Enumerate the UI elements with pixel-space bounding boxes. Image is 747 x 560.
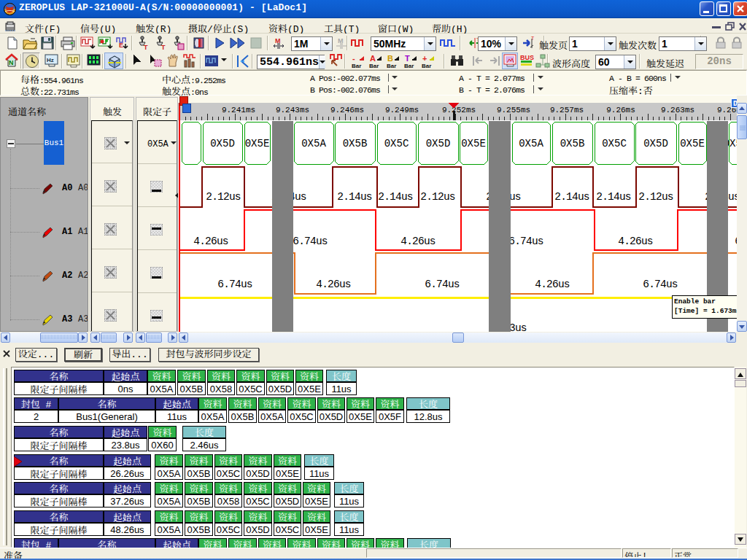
svg-text:9.246ms: 9.246ms	[330, 106, 364, 114]
svg-text:0X5E: 0X5E	[680, 138, 705, 149]
svg-text:4.26us: 4.26us	[193, 236, 228, 247]
svg-text:6.74us: 6.74us	[508, 236, 543, 247]
svg-text:[Time] = 1.673ms: [Time] = 1.673ms	[674, 307, 737, 315]
svg-text:+: +	[422, 54, 427, 63]
svg-text:Hz: Hz	[47, 57, 54, 63]
svg-text:Bar: Bar	[369, 63, 379, 69]
svg-text:0X5C: 0X5C	[602, 138, 627, 149]
svg-text:Bar: Bar	[352, 63, 361, 69]
svg-text:3us: 3us	[509, 322, 527, 332]
svg-text:4.26us: 4.26us	[618, 236, 653, 247]
svg-text:2.14us: 2.14us	[378, 191, 413, 203]
svg-text:2.12us: 2.12us	[638, 191, 673, 203]
svg-text:Bar: Bar	[387, 63, 396, 69]
svg-text:E: E	[119, 42, 123, 49]
svg-text:A: A	[370, 54, 376, 63]
svg-text:Bar: Bar	[404, 63, 414, 69]
svg-text:-: -	[352, 54, 355, 63]
svg-text:0X5A: 0X5A	[301, 138, 326, 149]
svg-text:9.257ms: 9.257ms	[550, 106, 584, 114]
svg-text:6.74us: 6.74us	[643, 279, 678, 290]
svg-text:9.243ms: 9.243ms	[276, 106, 309, 114]
svg-text:N: N	[9, 59, 14, 66]
svg-text:2.14us: 2.14us	[337, 191, 372, 203]
svg-text:T: T	[531, 36, 535, 41]
svg-text:9.241ms: 9.241ms	[222, 106, 255, 114]
svg-text:4.26us: 4.26us	[535, 279, 570, 290]
svg-text:0X5E: 0X5E	[245, 138, 270, 149]
svg-text:9.26ms: 9.26ms	[606, 106, 635, 114]
svg-text:2.12us: 2.12us	[420, 191, 455, 203]
svg-text:Enable bar: Enable bar	[674, 298, 716, 306]
svg-text:9.252ms: 9.252ms	[442, 106, 476, 114]
svg-text:0X5E: 0X5E	[461, 138, 486, 149]
svg-text:9.263ms: 9.263ms	[661, 106, 694, 114]
svg-text:T: T	[161, 44, 166, 50]
svg-text:4.26us: 4.26us	[316, 279, 351, 290]
svg-text:0X5B: 0X5B	[343, 138, 368, 149]
svg-text:6.74us: 6.74us	[293, 236, 328, 247]
svg-text:0X5C: 0X5C	[384, 138, 409, 149]
svg-text:2.12us: 2.12us	[206, 191, 241, 203]
svg-text:0X5A: 0X5A	[519, 138, 543, 149]
svg-text:B: B	[387, 54, 393, 63]
svg-text:0X5D: 0X5D	[426, 138, 451, 149]
svg-text:2.14us: 2.14us	[554, 191, 589, 203]
svg-text:6.74us: 6.74us	[425, 279, 460, 290]
svg-text:0X5B: 0X5B	[560, 138, 585, 149]
svg-text:9.255ms: 9.255ms	[497, 106, 530, 114]
svg-text:9.249ms: 9.249ms	[385, 106, 419, 114]
svg-text:BUS: BUS	[520, 54, 534, 61]
svg-text:4.26us: 4.26us	[400, 236, 436, 247]
svg-text:0X5D: 0X5D	[210, 138, 235, 149]
svg-text:0X5D: 0X5D	[643, 138, 668, 149]
svg-text:6.74us: 6.74us	[217, 279, 252, 290]
svg-text:T: T	[144, 44, 148, 50]
svg-text:T: T	[405, 54, 410, 63]
svg-text:2.14us: 2.14us	[596, 191, 631, 203]
svg-text:Bar: Bar	[422, 63, 431, 69]
